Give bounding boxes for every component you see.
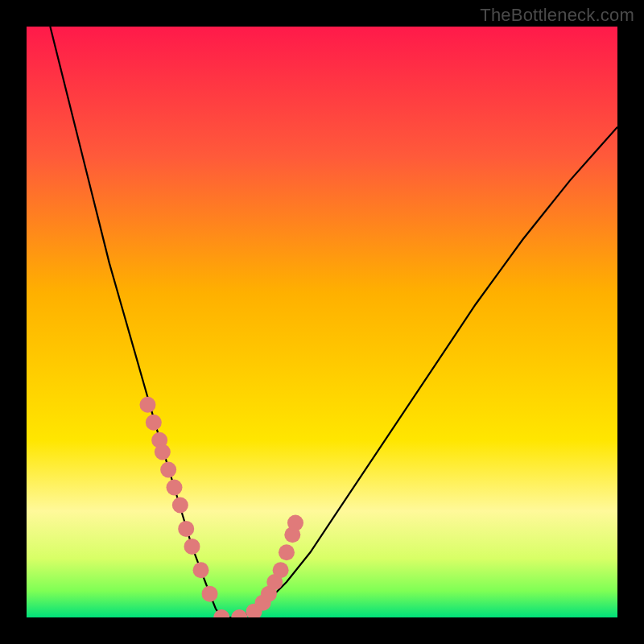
data-marker xyxy=(184,539,200,555)
data-marker xyxy=(287,515,303,531)
watermark-text: TheBottleneck.com xyxy=(480,5,634,26)
data-marker xyxy=(160,462,176,478)
data-marker xyxy=(139,397,155,413)
data-marker xyxy=(146,415,162,431)
gradient-background xyxy=(27,27,617,617)
data-marker xyxy=(178,521,194,537)
data-marker xyxy=(273,562,289,578)
data-marker xyxy=(167,480,183,496)
data-marker xyxy=(193,562,209,578)
chart-frame: TheBottleneck.com xyxy=(0,0,644,644)
data-marker xyxy=(279,544,295,560)
data-marker xyxy=(172,497,188,514)
data-marker xyxy=(202,586,218,602)
data-marker xyxy=(155,444,171,460)
chart-plot xyxy=(27,27,617,617)
